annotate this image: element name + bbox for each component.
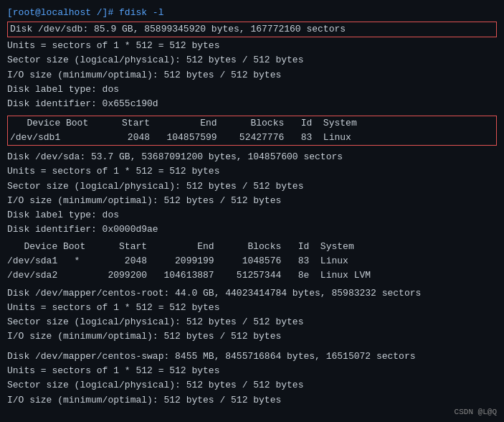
sda-label-type: Disk label type: dos xyxy=(7,208,497,222)
sdb-io-size: I/O size (minimum/optimal): 512 bytes / … xyxy=(7,68,497,83)
sdb-identifier: Disk identifier: 0x655c190d xyxy=(7,97,497,111)
centos-swap-disk: Disk /dev/mapper/centos-swap: 8455 MB, 8… xyxy=(7,350,497,364)
centos-root-units: Units = sectors of 1 * 512 = 512 bytes xyxy=(7,301,497,315)
centos-root-sector: Sector size (logical/physical): 512 byte… xyxy=(7,315,497,329)
prompt-line: [root@localhost /]# fdisk -l xyxy=(7,6,497,20)
sda-disk-line: Disk /dev/sda: 53.7 GB, 53687091200 byte… xyxy=(7,150,497,164)
sdb-label-type: Disk label type: dos xyxy=(7,83,497,97)
watermark: CSDN @L@Q xyxy=(455,408,497,416)
centos-swap-io: I/O size (minimum/optimal): 512 bytes / … xyxy=(7,393,497,408)
sdb-sector-size: Sector size (logical/physical): 512 byte… xyxy=(7,53,497,67)
terminal: [root@localhost /]# fdisk -l Disk /dev/s… xyxy=(0,0,504,422)
sdb-highlight-box: Disk /dev/sdb: 85.9 GB, 85899345920 byte… xyxy=(7,22,497,37)
sda-sector-size: Sector size (logical/physical): 512 byte… xyxy=(7,179,497,194)
sda-partition-2: /dev/sda2 2099200 104613887 51257344 8e … xyxy=(7,268,497,283)
sdb-disk-line: Disk /dev/sdb: 85.9 GB, 85899345920 byte… xyxy=(10,22,494,37)
sdb-units: Units = sectors of 1 * 512 = 512 bytes xyxy=(7,39,497,53)
centos-root-disk: Disk /dev/mapper/centos-root: 44.0 GB, 4… xyxy=(7,286,497,301)
centos-swap-units: Units = sectors of 1 * 512 = 512 bytes xyxy=(7,364,497,378)
sdb-partition-1: /dev/sdb1 2048 104857599 52427776 83 Lin… xyxy=(10,131,494,145)
sda-table-header: Device Boot Start End Blocks Id System xyxy=(7,240,497,254)
sda-units: Units = sectors of 1 * 512 = 512 bytes xyxy=(7,164,497,179)
sda-partition-1: /dev/sda1 * 2048 2099199 1048576 83 Linu… xyxy=(7,254,497,268)
centos-root-io: I/O size (minimum/optimal): 512 bytes / … xyxy=(7,329,497,344)
sda-identifier: Disk identifier: 0x0000d9ae xyxy=(7,222,497,237)
sda-io-size: I/O size (minimum/optimal): 512 bytes / … xyxy=(7,194,497,208)
sdb-table-highlight-box: Device Boot Start End Blocks Id System /… xyxy=(7,116,497,146)
sdb-table-header: Device Boot Start End Blocks Id System xyxy=(10,116,494,131)
centos-swap-sector: Sector size (logical/physical): 512 byte… xyxy=(7,378,497,393)
